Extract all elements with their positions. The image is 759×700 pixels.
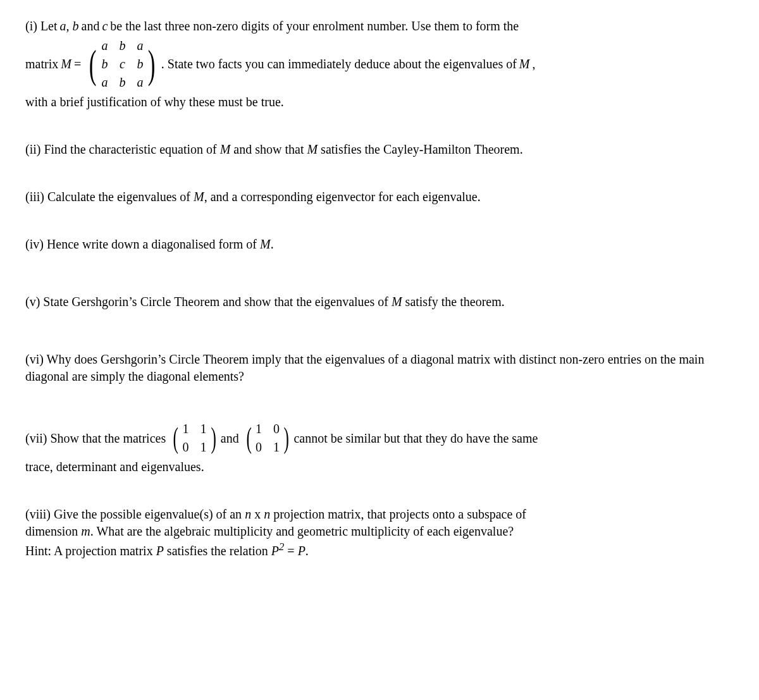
paren-right-icon: ) [211, 427, 216, 450]
text: Hint: A projection matrix [25, 544, 156, 558]
paren-left-icon: ( [246, 427, 251, 450]
question-v: (v) State Gershgorin’s Circle Theorem an… [25, 293, 734, 310]
equals: = [74, 56, 81, 73]
var-P: P [156, 544, 164, 558]
text: . [271, 237, 274, 251]
matrix-grid: aba bcb aba [99, 37, 145, 91]
text: (ii) Find the characteristic equation of [25, 142, 220, 156]
var-n: n [245, 507, 251, 521]
matrix-grid: 10 01 [254, 421, 281, 456]
var-M: M [260, 237, 271, 251]
text: dimension [25, 524, 81, 538]
var-ab: a, b [60, 18, 79, 35]
text: cannot be similar but that they do have … [293, 430, 538, 447]
text: trace, determinant and eigenvalues. [25, 458, 734, 476]
text: be the last three non-zero digits of you… [110, 18, 519, 35]
text: . [305, 544, 309, 558]
text: projection matrix, that projects onto a … [270, 507, 526, 521]
text: = [284, 544, 297, 558]
text: x [251, 507, 264, 521]
paren-left-icon: ( [173, 427, 178, 450]
var-M: M [61, 56, 71, 73]
paren-right-icon: ) [148, 48, 156, 80]
matrix-B: ( 10 01 ) [244, 421, 292, 456]
var-P: P [298, 544, 305, 558]
matrix-grid: 11 01 [181, 421, 209, 456]
question-ii: (ii) Find the characteristic equation of… [25, 141, 734, 158]
question-viii: (viii) Give the possible eigenvalue(s) o… [25, 506, 734, 560]
text: and [221, 430, 239, 447]
matrix-M: ( aba bcb aba ) [86, 37, 159, 91]
var-M: M [194, 190, 204, 204]
var-P-squared: P2 [271, 544, 285, 558]
question-iv: (iv) Hence write down a diagonalised for… [25, 236, 734, 253]
question-vii: (vii) Show that the matrices ( 11 01 ) a… [25, 421, 734, 476]
text: with a brief justification of why these … [25, 94, 734, 111]
paren-right-icon: ) [283, 427, 288, 450]
var-M: M [220, 142, 231, 156]
question-iii: (iii) Calculate the eigenvalues of M, an… [25, 188, 734, 206]
text: (viii) Give the possible eigenvalue(s) o… [25, 507, 245, 521]
text: (vii) Show that the matrices [25, 430, 166, 447]
text: , and a corresponding eigenvector for ea… [204, 190, 481, 204]
text: (i) Let [25, 18, 58, 35]
text: , [533, 56, 536, 73]
text: (iii) Calculate the eigenvalues of [25, 190, 194, 204]
question-vi: (vi) Why does Gershgorin’s Circle Theore… [25, 351, 734, 385]
text: matrix [25, 56, 58, 73]
question-i: (i) Let a, b and c be the last three non… [25, 18, 734, 111]
text: (vi) Why does Gershgorin’s Circle Theore… [25, 352, 704, 383]
text: satisfies the Cayley-Hamilton Theorem. [318, 142, 523, 156]
text: (iv) Hence write down a diagonalised for… [25, 237, 260, 251]
var-m: m [81, 524, 90, 538]
var-M: M [392, 295, 402, 309]
var-c: c [102, 18, 108, 35]
text: (v) State Gershgorin’s Circle Theorem an… [25, 295, 392, 309]
matrix-A: ( 11 01 ) [171, 421, 218, 456]
text: and [82, 18, 100, 35]
text: . What are the algebraic multiplicity an… [90, 524, 514, 538]
var-M: M [307, 142, 318, 156]
text: . State two facts you can immediately de… [161, 56, 517, 73]
var-n: n [264, 507, 270, 521]
var-M: M [519, 56, 530, 73]
paren-left-icon: ( [89, 48, 97, 80]
text: satisfy the theorem. [402, 295, 505, 309]
text: satisfies the relation [164, 544, 271, 558]
text: and show that [230, 142, 307, 156]
